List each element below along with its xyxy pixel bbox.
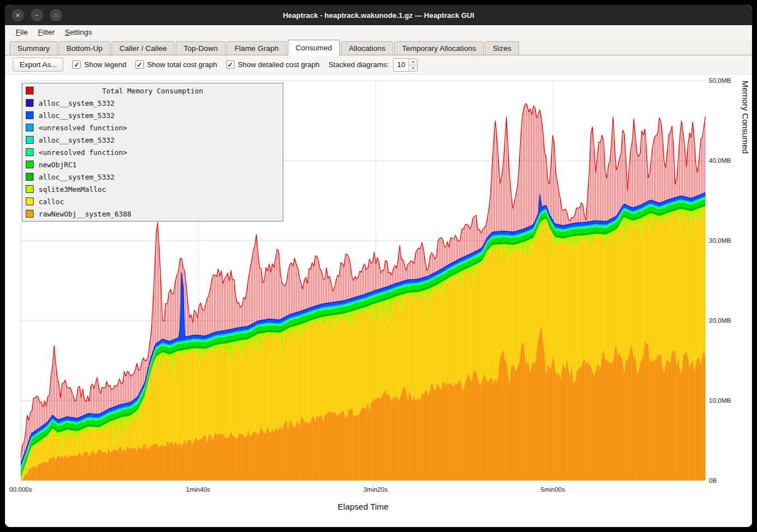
legend-label: sqlite3MemMalloc: [39, 185, 106, 194]
tab-allocations[interactable]: Allocations: [341, 41, 393, 55]
legend-item-calloc: calloc: [22, 195, 283, 208]
legend-swatch: [26, 148, 34, 156]
legend-swatch: [26, 124, 34, 131]
legend-label: <unresolved function>: [39, 148, 127, 157]
menu-filter[interactable]: Filter: [33, 26, 60, 38]
tab-summary[interactable]: Summary: [10, 41, 58, 55]
legend-swatch: [26, 136, 34, 144]
toolbar: Export As... ✓Show legend✓Show total cos…: [5, 55, 752, 74]
y-tick-label: 40,0MB: [709, 157, 731, 164]
export-as-button[interactable]: Export As...: [13, 58, 63, 72]
heaptrack-window: ✕ − □ Heaptrack - heaptrack.wakunode.1.g…: [4, 4, 753, 528]
checkbox-show-legend[interactable]: ✓Show legend: [72, 60, 126, 69]
chart-legend: Total Memory Consumptionalloc__system_53…: [22, 83, 283, 222]
legend-item-unresolved-function: <unresolved function>: [22, 146, 283, 158]
tab-bottom-up[interactable]: Bottom-Up: [59, 41, 111, 55]
checkbox-group: ✓Show legend✓Show total cost graph✓Show …: [72, 60, 319, 69]
legend-item-alloc-system-5332: alloc__system_5332: [22, 171, 283, 183]
stacked-diagrams-spinbox[interactable]: 10 ▲ ▼: [393, 58, 418, 72]
legend-label: alloc__system_5332: [39, 99, 114, 107]
y-tick-label: 10,0MB: [709, 397, 731, 404]
tab-temporary-allocations[interactable]: Temporary Allocations: [394, 41, 484, 55]
legend-item-sqlite3memmalloc: sqlite3MemMalloc: [22, 183, 283, 195]
legend-label: <unresolved function>: [39, 124, 127, 132]
spin-buttons: ▲ ▼: [408, 59, 417, 71]
legend-swatch: [26, 197, 34, 205]
legend-label: calloc: [39, 197, 64, 206]
legend-swatch: [26, 185, 34, 193]
minimize-icon[interactable]: −: [31, 9, 43, 21]
spin-up-icon[interactable]: ▲: [409, 59, 417, 65]
menu-settings[interactable]: Settings: [60, 26, 97, 38]
tab-sizes[interactable]: Sizes: [485, 41, 519, 55]
legend-swatch-total: [26, 87, 34, 95]
maximize-icon[interactable]: □: [50, 9, 62, 21]
legend-swatch: [26, 99, 34, 107]
y-axis-title: Memory Consumed: [741, 81, 750, 481]
y-tick-label: 20,0MB: [709, 317, 731, 324]
tab-bar: SummaryBottom-UpCaller / CalleeTop-DownF…: [5, 40, 752, 55]
legend-label: alloc__system_5332: [39, 111, 114, 120]
y-tick-label: 30,0MB: [709, 237, 731, 244]
legend-label: newObjRC1: [39, 161, 77, 169]
legend-label: alloc__system_5332: [39, 136, 114, 144]
y-tick-label: 0B: [709, 477, 717, 484]
x-axis-ticks: 00.000s1min40s3min20s5min00s: [21, 486, 705, 495]
legend-swatch: [26, 173, 34, 181]
checkmark-icon[interactable]: ✓: [226, 60, 235, 69]
title-bar[interactable]: ✕ − □ Heaptrack - heaptrack.wakunode.1.g…: [5, 5, 752, 25]
close-icon[interactable]: ✕: [12, 9, 24, 21]
desktop-background: ✕ − □ Heaptrack - heaptrack.wakunode.1.g…: [0, 0, 757, 532]
stacked-diagrams-group: Stacked diagrams: 10 ▲ ▼: [329, 58, 418, 72]
consumed-chart-area: Total Memory Consumptionalloc__system_53…: [5, 74, 752, 527]
legend-item-alloc-system-5332: alloc__system_5332: [22, 134, 283, 146]
legend-label: alloc__system_5332: [39, 173, 114, 181]
menu-file[interactable]: File: [11, 26, 33, 38]
legend-swatch: [26, 210, 34, 218]
checkmark-icon[interactable]: ✓: [135, 60, 144, 69]
legend-item-alloc-system-5332: alloc__system_5332: [22, 109, 283, 121]
x-tick-label: 00.000s: [10, 486, 32, 493]
window-controls: ✕ − □: [5, 9, 62, 21]
x-tick-label: 3min20s: [363, 486, 387, 493]
legend-swatch: [26, 111, 34, 119]
checkmark-icon[interactable]: ✓: [72, 60, 81, 69]
legend-item-newobjrc1: newObjRC1: [22, 158, 283, 171]
legend-item-unresolved-function: <unresolved function>: [22, 121, 283, 134]
tab-flame-graph[interactable]: Flame Graph: [227, 41, 287, 55]
checkbox-label: Show detailed cost graph: [238, 60, 320, 69]
legend-swatch: [26, 161, 34, 168]
stacked-diagrams-value[interactable]: 10: [394, 59, 408, 71]
legend-item-alloc-system-5332: alloc__system_5332: [22, 97, 283, 109]
x-axis-title: Elapsed Time: [21, 502, 705, 511]
window-title: Heaptrack - heaptrack.wakunode.1.gz — He…: [5, 11, 752, 20]
legend-label: rawNewObj__system_6388: [39, 210, 132, 218]
checkbox-show-total-cost-graph[interactable]: ✓Show total cost graph: [135, 60, 217, 69]
checkbox-show-detailed-cost-graph[interactable]: ✓Show detailed cost graph: [226, 60, 320, 69]
y-tick-label: 50,0MB: [709, 77, 731, 84]
checkbox-label: Show legend: [84, 60, 126, 69]
x-tick-label: 5min00s: [541, 486, 565, 493]
tab-caller-callee[interactable]: Caller / Callee: [111, 41, 175, 55]
tab-top-down[interactable]: Top-Down: [176, 41, 226, 55]
legend-title-row: Total Memory Consumption: [22, 84, 283, 97]
x-tick-label: 1min40s: [186, 486, 210, 493]
tab-consumed[interactable]: Consumed: [288, 40, 340, 55]
menu-bar: File Filter Settings: [5, 25, 752, 40]
spin-down-icon[interactable]: ▼: [409, 65, 417, 71]
stacked-diagrams-label: Stacked diagrams:: [329, 60, 389, 69]
legend-title: Total Memory Consumption: [39, 87, 267, 95]
checkbox-label: Show total cost graph: [147, 60, 217, 69]
legend-item-rawnewobj-system-6388: rawNewObj__system_6388: [22, 208, 283, 220]
